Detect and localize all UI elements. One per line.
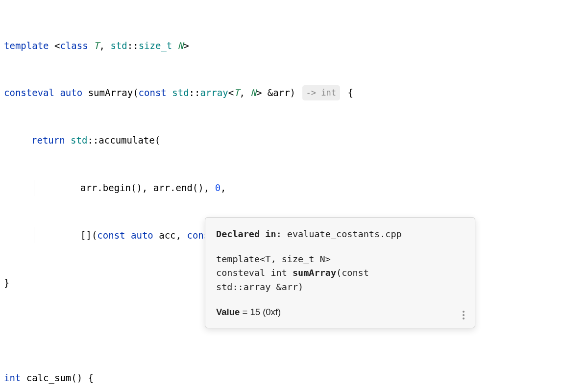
popup-value: Value = 15 (0xf) xyxy=(216,305,464,319)
kebab-menu-icon[interactable] xyxy=(459,309,468,321)
code-line: return std::accumulate( xyxy=(4,132,584,148)
inlay-hint[interactable]: -> int xyxy=(302,85,340,100)
code-editor[interactable]: template <class T, std::size_t N> conste… xyxy=(0,0,588,392)
popup-signature-line: std::array &arr) xyxy=(216,280,464,294)
popup-signature-line: template<T, size_t N> xyxy=(216,252,464,267)
popup-signature-line: consteval int sumArray(const xyxy=(216,266,464,280)
code-line: template <class T, std::size_t N> xyxy=(4,38,584,53)
popup-declared-in: Declared in: evaluate_costants.cpp xyxy=(216,227,464,242)
code-line: consteval auto sumArray(const std::array… xyxy=(4,85,584,100)
code-line: arr.begin(), arr.end(), 0, xyxy=(4,180,584,196)
token-keyword: template xyxy=(4,40,49,51)
code-line: int calc_sum() { xyxy=(4,370,584,386)
quick-documentation-popup[interactable]: Declared in: evaluate_costants.cpp templ… xyxy=(205,217,475,328)
